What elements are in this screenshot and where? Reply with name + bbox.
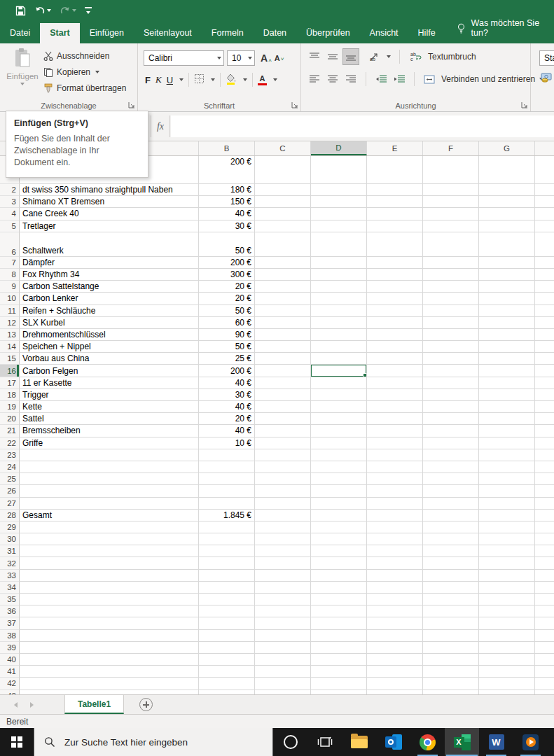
cell-h24[interactable] <box>535 461 554 473</box>
row-header-6[interactable]: 6 <box>0 232 20 257</box>
tab-überprüfen[interactable]: Überprüfen <box>296 23 360 43</box>
cell-b38[interactable] <box>199 630 255 642</box>
cell-e6[interactable] <box>367 232 423 257</box>
cell-c22[interactable] <box>255 438 311 449</box>
cell-b11[interactable]: 50 € <box>199 305 255 317</box>
cell-h17[interactable] <box>535 377 554 389</box>
cell-c7[interactable] <box>255 257 311 269</box>
cell-d16[interactable] <box>311 365 367 377</box>
cell-h36[interactable] <box>535 606 554 617</box>
cell-d42[interactable] <box>311 678 367 690</box>
cell-a29[interactable] <box>20 522 199 533</box>
cell-b25[interactable] <box>199 473 255 485</box>
cell-c19[interactable] <box>255 401 311 413</box>
row-header-40[interactable]: 40 <box>0 654 20 666</box>
row-header-32[interactable]: 32 <box>0 557 20 569</box>
cell-a26[interactable] <box>20 485 199 497</box>
cell-f37[interactable] <box>423 617 479 629</box>
cell-e1[interactable] <box>367 156 423 184</box>
insert-function-button[interactable]: fx <box>151 115 170 137</box>
cell-c26[interactable] <box>255 485 311 497</box>
cell-e35[interactable] <box>367 594 423 606</box>
row-header-2[interactable]: 2 <box>0 184 20 196</box>
cell-b18[interactable]: 30 € <box>199 389 255 401</box>
cell-a3[interactable]: Shimano XT Bremsen <box>20 196 199 208</box>
italic-button[interactable]: K <box>155 74 162 85</box>
cell-b40[interactable] <box>199 654 255 666</box>
row-header-35[interactable]: 35 <box>0 594 20 606</box>
cell-d13[interactable] <box>311 329 367 341</box>
row-header-3[interactable]: 3 <box>0 196 20 208</box>
tab-ansicht[interactable]: Ansicht <box>360 23 408 43</box>
cell-h9[interactable] <box>535 281 554 293</box>
cell-c8[interactable] <box>255 269 311 281</box>
align-top-button[interactable] <box>307 49 322 64</box>
cell-d40[interactable] <box>311 654 367 666</box>
cell-b7[interactable]: 200 € <box>199 257 255 269</box>
save-button[interactable] <box>13 4 29 18</box>
customize-quick-access-button[interactable] <box>82 6 95 15</box>
row-header-7[interactable]: 7 <box>0 257 20 269</box>
cell-f32[interactable] <box>423 557 479 569</box>
cell-b32[interactable] <box>199 557 255 569</box>
cell-h23[interactable] <box>535 449 554 461</box>
cell-f15[interactable] <box>423 353 479 365</box>
cell-f22[interactable] <box>423 438 479 449</box>
taskbar-outlook-button[interactable] <box>376 728 410 756</box>
align-left-button[interactable] <box>307 71 322 87</box>
row-header-36[interactable]: 36 <box>0 606 20 617</box>
cell-g3[interactable] <box>479 196 535 208</box>
cell-b10[interactable]: 20 € <box>199 293 255 304</box>
cell-g30[interactable] <box>479 533 535 545</box>
cell-c31[interactable] <box>255 545 311 557</box>
row-header-37[interactable]: 37 <box>0 617 20 629</box>
cell-d20[interactable] <box>311 413 367 425</box>
cell-g12[interactable] <box>479 317 535 329</box>
cell-b2[interactable]: 180 € <box>199 184 255 196</box>
cell-a23[interactable] <box>20 449 199 461</box>
cell-a13[interactable]: Drehmomentschlüssel <box>20 329 199 341</box>
cell-e22[interactable] <box>367 438 423 449</box>
cell-e19[interactable] <box>367 401 423 413</box>
row-header-42[interactable]: 42 <box>0 678 20 690</box>
undo-dropdown-icon[interactable] <box>47 9 51 12</box>
cell-a37[interactable] <box>20 617 199 629</box>
merge-center-button[interactable]: Verbinden und zentrieren <box>441 74 535 84</box>
cell-b9[interactable]: 20 € <box>199 281 255 293</box>
cell-e2[interactable] <box>367 184 423 196</box>
cell-b28[interactable]: 1.845 € <box>199 510 255 522</box>
cell-b26[interactable] <box>199 485 255 497</box>
row-header-22[interactable]: 22 <box>0 438 20 449</box>
cell-g34[interactable] <box>479 582 535 594</box>
cell-f5[interactable] <box>423 220 479 232</box>
cell-g1[interactable] <box>479 156 535 184</box>
cell-a33[interactable] <box>20 570 199 582</box>
cell-g42[interactable] <box>479 678 535 690</box>
cell-a19[interactable]: Kette <box>20 401 199 413</box>
cell-c17[interactable] <box>255 377 311 389</box>
cell-a25[interactable] <box>20 473 199 485</box>
cell-b37[interactable] <box>199 617 255 629</box>
cell-h4[interactable] <box>535 208 554 220</box>
cell-f21[interactable] <box>423 425 479 437</box>
cell-c36[interactable] <box>255 606 311 617</box>
column-header-e[interactable]: E <box>367 141 423 155</box>
cell-h12[interactable] <box>535 317 554 329</box>
sheet-nav-prev-icon[interactable] <box>14 702 18 708</box>
cell-h32[interactable] <box>535 557 554 569</box>
cell-h14[interactable] <box>535 341 554 353</box>
cell-a6[interactable]: Schaltwerk <box>20 232 199 257</box>
cell-f35[interactable] <box>423 594 479 606</box>
cell-a32[interactable] <box>20 557 199 569</box>
bold-button[interactable]: F <box>145 75 151 85</box>
column-header-f[interactable]: F <box>423 141 479 155</box>
orientation-button[interactable]: ab <box>367 49 382 64</box>
alignment-dialog-launcher[interactable] <box>521 102 528 108</box>
cell-a31[interactable] <box>20 545 199 557</box>
cell-g33[interactable] <box>479 570 535 582</box>
cell-e29[interactable] <box>367 522 423 533</box>
taskbar-word-button[interactable]: W <box>479 728 513 756</box>
cell-h11[interactable] <box>535 305 554 317</box>
cell-g9[interactable] <box>479 281 535 293</box>
cell-f42[interactable] <box>423 678 479 690</box>
